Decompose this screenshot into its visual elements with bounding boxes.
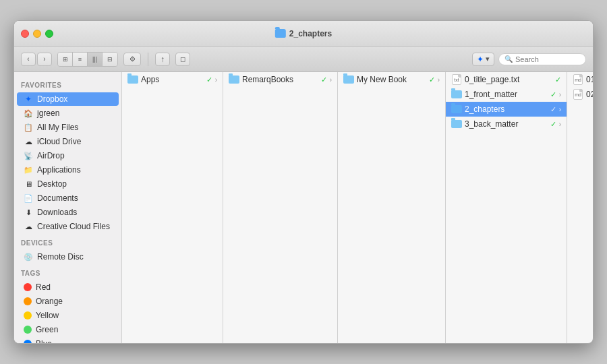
title-folder-icon bbox=[275, 29, 286, 38]
minimize-button[interactable] bbox=[33, 30, 41, 38]
yellow-tag-dot bbox=[24, 311, 32, 320]
maximize-button[interactable] bbox=[45, 30, 53, 38]
col3-my-new-book[interactable]: My New Book ✓ › bbox=[338, 72, 445, 87]
toolbar: ‹ › ⊞ ≡ ||| ⊟ ⚙ ↑ ◻ ✦ ▾ 🔍 bbox=[14, 47, 593, 72]
view-options-button[interactable]: ⚙ bbox=[123, 53, 141, 66]
remarqbooks-folder-icon bbox=[229, 75, 239, 84]
view-icon-button[interactable]: ⊞ bbox=[58, 53, 73, 66]
sidebar-item-remote-disc[interactable]: 💿 Remote Disc bbox=[17, 250, 119, 264]
col1-apps-check: ✓ bbox=[206, 75, 212, 84]
blue-tag-dot bbox=[24, 340, 32, 343]
sidebar-item-documents[interactable]: 📄 Documents bbox=[17, 191, 119, 205]
column-3: My New Book ✓ › bbox=[338, 72, 446, 343]
col4-back-matter-arrow: › bbox=[559, 121, 561, 128]
desktop-icon: 🖥 bbox=[24, 179, 33, 189]
documents-icon: 📄 bbox=[24, 193, 33, 203]
titlebar: 2_chapters bbox=[14, 21, 593, 47]
tag-orange-label: Orange bbox=[36, 297, 63, 306]
sidebar-item-red[interactable]: Red bbox=[17, 280, 119, 294]
sidebar-item-yellow[interactable]: Yellow bbox=[17, 309, 119, 322]
search-input[interactable] bbox=[515, 55, 580, 63]
downloads-icon: ⬇ bbox=[24, 208, 33, 217]
tag-button[interactable]: ◻ bbox=[175, 53, 190, 66]
col5-chapter-first-label: 01_chapter_the_first.md bbox=[586, 75, 593, 84]
sidebar-item-applications-label: Applications bbox=[37, 165, 81, 175]
toolbar-separator-1 bbox=[148, 53, 148, 66]
forward-button[interactable]: › bbox=[37, 53, 52, 66]
chapter-first-file-icon: md bbox=[573, 75, 583, 84]
col5-chapter-second[interactable]: md 02_chapte…second.md ✓ bbox=[567, 87, 593, 102]
sidebar-item-dropbox[interactable]: ✦ Dropbox bbox=[17, 92, 119, 106]
column-2: RemarqBooks ✓ › bbox=[223, 72, 338, 343]
tag-yellow-label: Yellow bbox=[36, 311, 59, 320]
finder-window: 2_chapters ‹ › ⊞ ≡ ||| ⊟ ⚙ ↑ ◻ ✦ ▾ 🔍 bbox=[13, 20, 594, 344]
col5-chapter-first[interactable]: md 01_chapter_the_first.md ✓ bbox=[567, 72, 593, 87]
view-buttons: ⊞ ≡ ||| ⊟ bbox=[57, 52, 118, 67]
view-column-button[interactable]: ||| bbox=[88, 53, 103, 66]
col1-apps[interactable]: Apps ✓ › bbox=[122, 72, 223, 87]
red-tag-dot bbox=[24, 283, 32, 291]
col4-chapters[interactable]: 2_chapters ✓ › bbox=[446, 102, 567, 117]
sidebar-item-downloads[interactable]: ⬇ Downloads bbox=[17, 206, 119, 219]
search-box[interactable]: 🔍 bbox=[498, 53, 586, 65]
airdrop-icon: 📡 bbox=[24, 151, 33, 160]
sidebar-item-all-my-files[interactable]: 📋 All My Files bbox=[17, 121, 119, 134]
col2-remarqbooks[interactable]: RemarqBooks ✓ › bbox=[223, 72, 337, 87]
col4-chapters-label: 2_chapters bbox=[465, 104, 548, 114]
window-title: 2_chapters bbox=[289, 29, 332, 38]
col4-front-matter[interactable]: 1_front_matter ✓ › bbox=[446, 87, 567, 102]
tag-green-label: Green bbox=[36, 325, 58, 334]
sidebar-item-remote-disc-label: Remote Disc bbox=[37, 252, 84, 262]
front-matter-folder-icon bbox=[451, 90, 462, 99]
sidebar-item-jgreen-label: jgreen bbox=[37, 109, 59, 118]
home-icon: 🏠 bbox=[24, 109, 33, 118]
back-button[interactable]: ‹ bbox=[21, 53, 36, 66]
col2-remarqbooks-arrow: › bbox=[330, 76, 332, 84]
cloud-icon: ☁ bbox=[24, 137, 33, 146]
dropbox-chevron: ▾ bbox=[486, 55, 490, 63]
col4-title-page-label: 0_title_page.txt bbox=[465, 75, 552, 84]
col4-chapters-check: ✓ bbox=[550, 105, 556, 114]
back-matter-folder-icon bbox=[451, 119, 462, 129]
favorites-label: Favorites bbox=[14, 76, 121, 92]
view-list-button[interactable]: ≡ bbox=[73, 53, 88, 66]
chapters-folder-icon bbox=[451, 104, 462, 114]
dropbox-icon: ✦ bbox=[477, 55, 484, 64]
sidebar-item-desktop[interactable]: 🖥 Desktop bbox=[17, 177, 119, 191]
column-5: md 01_chapter_the_first.md ✓ md 02_chapt… bbox=[567, 72, 593, 343]
col4-back-matter-label: 3_back_matter bbox=[465, 119, 548, 129]
sidebar-item-applications[interactable]: 📁 Applications bbox=[17, 163, 119, 177]
apps-icon: 📁 bbox=[24, 165, 33, 175]
col4-front-matter-label: 1_front_matter bbox=[465, 90, 548, 99]
share-button[interactable]: ↑ bbox=[155, 53, 170, 66]
nav-buttons: ‹ › bbox=[21, 53, 52, 66]
col4-chapters-arrow: › bbox=[559, 106, 561, 113]
close-button[interactable] bbox=[21, 30, 29, 38]
sidebar-item-airdrop[interactable]: 📡 AirDrop bbox=[17, 149, 119, 162]
col4-back-matter[interactable]: 3_back_matter ✓ › bbox=[446, 117, 567, 131]
sidebar-item-orange[interactable]: Orange bbox=[17, 295, 119, 308]
column-4: txt 0_title_page.txt ✓ 1_front_matter ✓ … bbox=[446, 72, 567, 343]
dropbox-button[interactable]: ✦ ▾ bbox=[472, 53, 494, 66]
sidebar-item-icloud-label: iCloud Drive bbox=[37, 137, 81, 146]
chapter-second-file-icon: md bbox=[573, 90, 583, 99]
my-new-book-folder-icon bbox=[343, 75, 354, 84]
sidebar-item-dropbox-label: Dropbox bbox=[37, 94, 67, 104]
view-cover-button[interactable]: ⊟ bbox=[103, 53, 117, 66]
dropbox-icon: ✦ bbox=[24, 94, 33, 104]
sidebar-item-creative-cloud[interactable]: ☁ Creative Cloud Files bbox=[17, 220, 119, 233]
sidebar-item-jgreen[interactable]: 🏠 jgreen bbox=[17, 107, 119, 120]
sidebar-item-icloud[interactable]: ☁ iCloud Drive bbox=[17, 135, 119, 148]
sidebar-item-airdrop-label: AirDrop bbox=[37, 151, 65, 160]
window-title-area: 2_chapters bbox=[275, 29, 332, 38]
sidebar-item-desktop-label: Desktop bbox=[37, 179, 67, 189]
tag-red-label: Red bbox=[36, 282, 51, 292]
title-page-file-icon: txt bbox=[451, 75, 462, 84]
tags-label: Tags bbox=[14, 264, 121, 280]
col4-title-page[interactable]: txt 0_title_page.txt ✓ bbox=[446, 72, 567, 87]
sidebar-item-blue[interactable]: Blue bbox=[17, 337, 119, 343]
col5-chapter-second-label: 02_chapte…second.md bbox=[586, 90, 593, 99]
orange-tag-dot bbox=[24, 297, 32, 305]
sidebar-item-green[interactable]: Green bbox=[17, 323, 119, 336]
col3-my-new-book-check: ✓ bbox=[429, 75, 435, 84]
